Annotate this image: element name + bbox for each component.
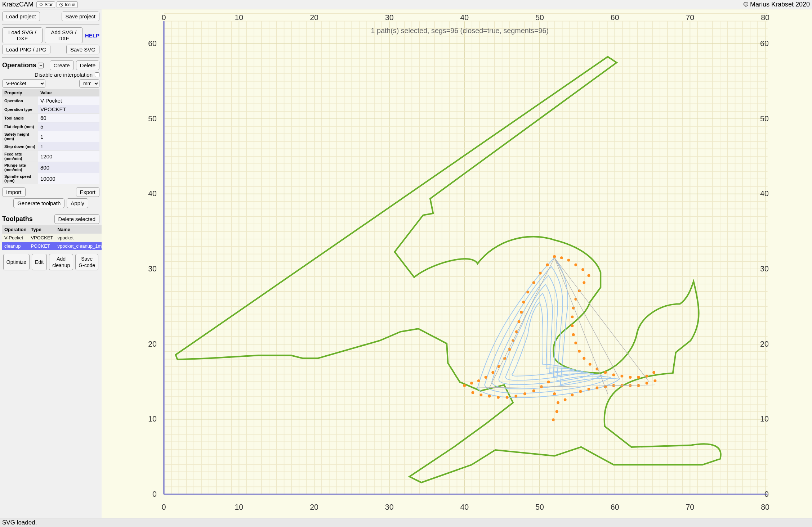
svg-point-184 bbox=[539, 272, 542, 275]
svg-text:50: 50 bbox=[535, 13, 544, 22]
svg-point-188 bbox=[520, 311, 523, 314]
svg-point-182 bbox=[553, 255, 556, 258]
svg-point-228 bbox=[637, 376, 640, 379]
apply-button[interactable]: Apply bbox=[67, 198, 88, 208]
svg-point-236 bbox=[578, 350, 581, 353]
svg-point-216 bbox=[579, 390, 582, 393]
svg-point-234 bbox=[589, 363, 592, 366]
svg-text:60: 60 bbox=[611, 13, 619, 22]
svg-text:40: 40 bbox=[148, 189, 157, 198]
svg-point-246 bbox=[581, 268, 584, 271]
svg-point-230 bbox=[620, 375, 623, 378]
app-name: KrabzCAM bbox=[2, 1, 34, 8]
collapse-icon[interactable]: − bbox=[38, 63, 44, 68]
svg-point-183 bbox=[546, 264, 549, 266]
svg-text:60: 60 bbox=[611, 503, 619, 512]
canvas[interactable]: 0010102020303040405050606070708080 00101… bbox=[102, 9, 812, 518]
svg-text:40: 40 bbox=[460, 13, 469, 22]
svg-point-209 bbox=[547, 380, 550, 383]
svg-point-212 bbox=[556, 410, 558, 413]
table-row[interactable]: cleanupPOCKETvpocket_cleanup_1mm bbox=[2, 242, 102, 250]
prop-step-down[interactable]: 1 bbox=[38, 142, 99, 151]
star-icon bbox=[39, 3, 43, 7]
svg-point-218 bbox=[595, 387, 598, 389]
delete-op-button[interactable]: Delete bbox=[76, 60, 99, 70]
svg-point-249 bbox=[560, 256, 563, 259]
svg-point-244 bbox=[583, 281, 585, 284]
svg-point-198 bbox=[470, 382, 473, 384]
operation-type-select[interactable]: V-Pocket bbox=[2, 79, 45, 88]
unit-select[interactable]: mm bbox=[79, 79, 99, 88]
delete-selected-button[interactable]: Delete selected bbox=[54, 214, 99, 224]
add-cleanup-button[interactable]: Add cleanup bbox=[49, 254, 73, 270]
load-project-button[interactable]: Load project bbox=[2, 12, 40, 21]
svg-point-237 bbox=[574, 342, 577, 344]
svg-text:10: 10 bbox=[760, 415, 769, 423]
prop-spindle-speed[interactable]: 10000 bbox=[38, 173, 99, 184]
import-button[interactable]: Import bbox=[2, 187, 26, 197]
prop-plunge-rate[interactable]: 800 bbox=[38, 162, 99, 173]
svg-point-226 bbox=[652, 371, 655, 374]
edit-button[interactable]: Edit bbox=[32, 254, 47, 270]
copyright: © Marius Krabset 2020 bbox=[744, 1, 810, 8]
svg-text:70: 70 bbox=[686, 13, 694, 22]
svg-point-186 bbox=[526, 290, 529, 293]
generate-toolpath-button[interactable]: Generate toolpath bbox=[13, 198, 64, 208]
svg-text:50: 50 bbox=[148, 114, 157, 123]
github-issue-button[interactable]: Issue bbox=[57, 1, 78, 8]
status-bar: SVG loaded. bbox=[0, 518, 812, 527]
svg-text:30: 30 bbox=[385, 13, 394, 22]
svg-text:10: 10 bbox=[235, 503, 243, 512]
create-op-button[interactable]: Create bbox=[50, 60, 74, 70]
table-row[interactable]: V-PocketVPOCKETvpocket bbox=[2, 234, 102, 242]
svg-text:20: 20 bbox=[310, 13, 318, 22]
svg-point-187 bbox=[522, 301, 525, 303]
svg-point-205 bbox=[514, 395, 517, 398]
add-svg-dxf-button[interactable]: Add SVG / DXF bbox=[45, 27, 83, 43]
load-png-jpg-button[interactable]: Load PNG / JPG bbox=[2, 45, 50, 54]
svg-point-210 bbox=[553, 392, 556, 395]
svg-text:80: 80 bbox=[761, 503, 769, 512]
prop-tool-angle[interactable]: 60 bbox=[38, 114, 99, 122]
svg-point-199 bbox=[463, 384, 466, 387]
github-star-button[interactable]: Star bbox=[36, 1, 55, 8]
svg-text:40: 40 bbox=[460, 503, 469, 512]
svg-text:30: 30 bbox=[385, 503, 394, 512]
prop-feed-rate[interactable]: 1200 bbox=[38, 151, 99, 162]
prop-operation-type[interactable]: VPOCKET bbox=[38, 105, 99, 114]
save-gcode-button[interactable]: Save G-code bbox=[75, 254, 98, 270]
save-project-button[interactable]: Save project bbox=[62, 12, 99, 21]
load-svg-dxf-button[interactable]: Load SVG / DXF bbox=[2, 27, 43, 43]
svg-point-207 bbox=[532, 389, 535, 392]
disable-arc-checkbox[interactable] bbox=[95, 72, 99, 77]
svg-point-189 bbox=[518, 320, 521, 323]
disable-arc-label: Disable arc interpolation bbox=[35, 72, 93, 78]
svg-point-231 bbox=[612, 373, 615, 376]
svg-point-239 bbox=[571, 324, 574, 327]
prop-flat-depth[interactable]: 5 bbox=[38, 122, 99, 131]
optimize-button[interactable]: Optimize bbox=[3, 254, 30, 270]
svg-point-211 bbox=[557, 401, 559, 404]
svg-point-204 bbox=[506, 396, 509, 399]
status-text: SVG loaded. bbox=[2, 519, 37, 526]
svg-point-195 bbox=[491, 371, 494, 374]
svg-point-202 bbox=[488, 395, 491, 398]
prop-operation[interactable]: V-Pocket bbox=[38, 96, 99, 105]
svg-point-223 bbox=[637, 384, 640, 387]
prop-safety-height[interactable]: 1 bbox=[38, 131, 99, 142]
svg-point-248 bbox=[567, 259, 570, 262]
save-svg-button[interactable]: Save SVG bbox=[66, 45, 99, 54]
svg-point-229 bbox=[629, 376, 632, 379]
toolpaths-table: OperationTypeName V-PocketVPOCKETvpocket… bbox=[2, 225, 102, 250]
svg-point-224 bbox=[645, 382, 648, 384]
help-link[interactable]: HELP bbox=[85, 32, 99, 39]
canvas-area[interactable]: 0010102020303040405050606070708080 00101… bbox=[102, 9, 812, 518]
svg-point-225 bbox=[653, 379, 656, 382]
svg-point-201 bbox=[479, 393, 482, 396]
svg-point-197 bbox=[477, 379, 480, 382]
svg-text:30: 30 bbox=[760, 265, 769, 273]
svg-point-196 bbox=[485, 376, 487, 379]
export-button[interactable]: Export bbox=[76, 187, 99, 197]
svg-text:60: 60 bbox=[148, 39, 157, 48]
properties-table: PropertyValue OperationV-Pocket Operatio… bbox=[2, 89, 99, 184]
